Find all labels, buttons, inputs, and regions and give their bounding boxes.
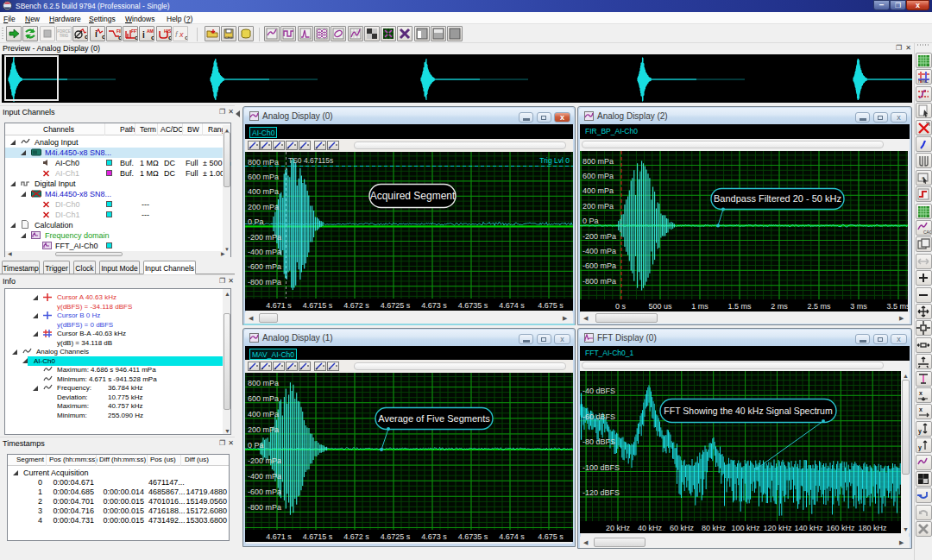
- svg-text:c: c: [118, 34, 121, 41]
- svg-text:800 mPa: 800 mPa: [248, 158, 279, 167]
- svg-text:-400 mPa: -400 mPa: [582, 247, 616, 255]
- svg-text:HWC: HWC: [918, 79, 929, 84]
- svg-text:4.6735 s: 4.6735 s: [458, 532, 488, 541]
- svg-text:c: c: [151, 34, 154, 41]
- svg-text:-200 mPa: -200 mPa: [248, 456, 281, 465]
- svg-text:-100 dBFS: -100 dBFS: [582, 463, 620, 472]
- svg-text:100 kHz: 100 kHz: [731, 524, 760, 532]
- svg-text:-600 mPa: -600 mPa: [582, 261, 616, 270]
- svg-text:180 kHz: 180 kHz: [858, 524, 887, 532]
- svg-text:160 kHz: 160 kHz: [826, 524, 855, 532]
- svg-text:2.5 ms: 2.5 ms: [807, 302, 831, 311]
- svg-text:-120 dBFS: -120 dBFS: [582, 488, 620, 497]
- svg-text:20 kHz: 20 kHz: [606, 524, 631, 532]
- svg-text:-40 dBFS: -40 dBFS: [582, 387, 615, 395]
- svg-text:CFG: CFG: [225, 35, 232, 40]
- svg-text:4.673 s: 4.673 s: [421, 532, 447, 541]
- svg-text:Trig Lvl 0: Trig Lvl 0: [539, 156, 570, 165]
- svg-text:4.6725 s: 4.6725 s: [381, 301, 411, 310]
- svg-text:-800 mPa: -800 mPa: [248, 278, 281, 286]
- svg-text:120 kHz: 120 kHz: [763, 524, 792, 532]
- svg-text:4.675 s: 4.675 s: [538, 532, 564, 541]
- svg-text:60 kHz: 60 kHz: [670, 524, 695, 532]
- svg-text:x: x: [179, 30, 184, 39]
- svg-text:0 s: 0 s: [615, 302, 627, 311]
- svg-text:200 mPa: 200 mPa: [248, 203, 279, 211]
- svg-text:2 ms: 2 ms: [771, 302, 788, 311]
- svg-text:TS0 4.67115s: TS0 4.67115s: [288, 156, 333, 165]
- svg-text:400 mPa: 400 mPa: [248, 187, 279, 196]
- svg-text:-80 dBFS: -80 dBFS: [582, 437, 615, 446]
- svg-text:FFT Showing the 40 kHz Signal: FFT Showing the 40 kHz Signal Spectrum: [664, 406, 833, 416]
- svg-text:x: x: [919, 406, 923, 412]
- svg-text:0 Pa: 0 Pa: [248, 217, 264, 226]
- svg-text:4.6715 s: 4.6715 s: [303, 532, 333, 541]
- svg-text:80 kHz: 80 kHz: [702, 524, 727, 532]
- svg-text:TRIG: TRIG: [60, 34, 69, 38]
- svg-text:800 mPa: 800 mPa: [248, 379, 279, 387]
- svg-text:Bandpass Filtered 20 - 50 kHz: Bandpass Filtered 20 - 50 kHz: [714, 193, 841, 204]
- svg-text:c: c: [185, 34, 187, 41]
- svg-text:-400 mPa: -400 mPa: [248, 472, 281, 481]
- svg-text:4.6735 s: 4.6735 s: [458, 301, 488, 310]
- svg-text:-600 mPa: -600 mPa: [248, 262, 281, 271]
- svg-text:0 Pa: 0 Pa: [582, 217, 599, 225]
- svg-text:4.6725 s: 4.6725 s: [381, 532, 411, 541]
- svg-text:600 mPa: 600 mPa: [582, 172, 614, 180]
- svg-text:600 mPa: 600 mPa: [248, 173, 279, 181]
- svg-text:3 ms: 3 ms: [850, 302, 867, 311]
- svg-text:400 mPa: 400 mPa: [248, 410, 279, 418]
- svg-text:-800 mPa: -800 mPa: [582, 277, 616, 286]
- svg-text:c: c: [85, 33, 87, 41]
- svg-text:CAO: CAO: [923, 230, 931, 235]
- svg-text:-60 dBFS: -60 dBFS: [582, 412, 615, 421]
- svg-text:Average of Five Segments: Average of Five Segments: [378, 413, 490, 424]
- svg-text:c: c: [135, 34, 137, 41]
- svg-text:Acquired Segment: Acquired Segment: [370, 190, 456, 202]
- svg-text:200 mPa: 200 mPa: [582, 202, 614, 211]
- svg-text:1.5 ms: 1.5 ms: [727, 302, 752, 311]
- svg-text:x: x: [919, 390, 923, 396]
- svg-text:4.672 s: 4.672 s: [343, 301, 369, 310]
- svg-text:400 mPa: 400 mPa: [582, 186, 614, 195]
- svg-text:c: c: [102, 33, 104, 41]
- svg-text:-400 mPa: -400 mPa: [248, 248, 281, 256]
- svg-text:4.674 s: 4.674 s: [499, 532, 525, 541]
- svg-text:-200 mPa: -200 mPa: [248, 233, 281, 242]
- svg-text:4.671 s: 4.671 s: [266, 532, 292, 541]
- svg-text:4.674 s: 4.674 s: [499, 301, 525, 310]
- svg-text:4.6715 s: 4.6715 s: [303, 301, 333, 310]
- svg-text:c: c: [168, 34, 171, 41]
- svg-text:200 mPa: 200 mPa: [248, 425, 279, 434]
- svg-text:500 us: 500 us: [648, 302, 672, 311]
- svg-text:4.671 s: 4.671 s: [266, 301, 292, 310]
- svg-text:1 ms: 1 ms: [691, 302, 708, 311]
- svg-text:600 mPa: 600 mPa: [248, 394, 279, 403]
- svg-text:140 kHz: 140 kHz: [794, 524, 823, 532]
- svg-text:3.5 ms: 3.5 ms: [886, 302, 908, 311]
- svg-text:f: f: [175, 30, 179, 39]
- svg-text:-600 mPa: -600 mPa: [248, 488, 281, 496]
- svg-text:i: i: [142, 30, 145, 40]
- svg-text:y: y: [918, 444, 922, 451]
- svg-text:y: y: [918, 428, 922, 435]
- svg-text:40 kHz: 40 kHz: [638, 524, 663, 532]
- svg-text:-200 mPa: -200 mPa: [582, 232, 616, 241]
- svg-text:4.675 s: 4.675 s: [538, 301, 564, 310]
- svg-text:4.673 s: 4.673 s: [421, 301, 447, 310]
- svg-text:-800 mPa: -800 mPa: [248, 503, 281, 512]
- svg-text:800 mPa: 800 mPa: [582, 157, 614, 166]
- svg-text:0 Pa: 0 Pa: [248, 441, 264, 450]
- svg-text:4.672 s: 4.672 s: [343, 532, 369, 541]
